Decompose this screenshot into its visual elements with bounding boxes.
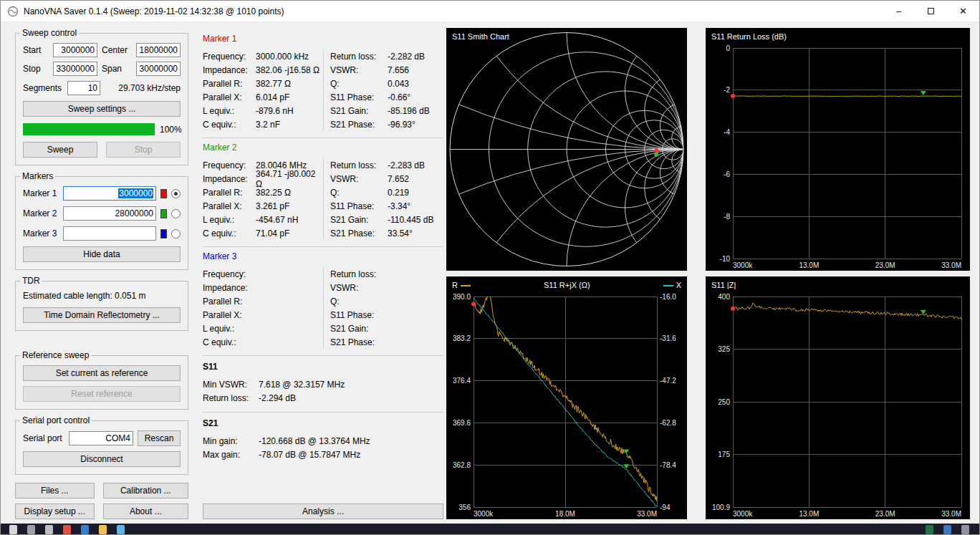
data-value: -454.67 nH (256, 215, 298, 225)
cable-length-text: Estimated cable length: 0.051 m (23, 291, 181, 301)
s11-summary: S11 Min VSWR:7.618 @ 32.3157 MHzReturn l… (203, 355, 443, 412)
svg-text:100.9: 100.9 (712, 503, 730, 511)
span-input[interactable]: 30000000 (136, 62, 181, 76)
marker-frequency-input[interactable]: 28000000 (63, 206, 156, 221)
center-input[interactable]: 18000000 (136, 43, 181, 57)
store-icon[interactable] (117, 525, 125, 534)
svg-text:33.0M: 33.0M (941, 261, 961, 269)
z-magnitude-chart-canvas[interactable]: 400325250175100.93000k13.0M23.0M33.0M (706, 289, 970, 519)
svg-text:23.0M: 23.0M (875, 510, 895, 518)
data-label: S21 Gain: (330, 215, 388, 225)
r-jx-chart-panel[interactable]: R S11 R+jX (Ω) X 390.0383.2376.4369.6362… (446, 276, 687, 519)
file-explorer-icon[interactable] (99, 525, 107, 534)
svg-text:-10: -10 (720, 255, 731, 263)
marker-select-radio[interactable] (171, 209, 181, 218)
data-label: S11 Phase: (330, 92, 388, 102)
edge-icon[interactable] (81, 525, 89, 534)
return-loss-chart-canvas[interactable]: 0-2-4-6-8-103000k13.0M23.0M33.0M (706, 41, 970, 271)
data-label: VSWR: (330, 283, 388, 293)
marker-label: Marker 1 (23, 188, 59, 198)
segments-label: Segments (23, 83, 62, 93)
sweep-settings-button[interactable]: Sweep settings ... (23, 101, 181, 117)
data-label: S21 Phase: (330, 228, 388, 238)
data-value: -0.66° (388, 92, 410, 102)
rescan-button[interactable]: Rescan (138, 430, 181, 446)
sweep-progress-bar (23, 123, 155, 135)
data-label: VSWR: (330, 65, 388, 75)
task-view-icon[interactable] (45, 525, 53, 534)
stop-button[interactable]: Stop (106, 142, 181, 158)
disconnect-button[interactable]: Disconnect (23, 451, 181, 467)
data-label: Impedance: (203, 65, 256, 75)
svg-text:-4: -4 (724, 128, 730, 136)
marker-select-radio[interactable] (171, 189, 181, 198)
segments-input[interactable]: 10 (67, 81, 100, 95)
data-value: 382.77 Ω (256, 79, 291, 89)
serial-port-group: Serial port control Serial port COM4 Res… (15, 420, 188, 475)
analysis-button[interactable]: Analysis ... (203, 503, 443, 519)
svg-text:390.0: 390.0 (453, 293, 471, 301)
maximize-button[interactable] (915, 1, 947, 21)
svg-text:-94: -94 (660, 503, 671, 511)
svg-text:18.0M: 18.0M (555, 510, 575, 518)
data-label: C equiv.: (203, 228, 256, 238)
x-legend: X (660, 281, 681, 289)
main-content: Sweep control Start 3000000 Center 18000… (1, 22, 979, 524)
reset-reference-button[interactable]: Reset reference (23, 386, 181, 402)
data-value: 7.656 (388, 65, 409, 75)
data-label: Q: (330, 188, 388, 198)
taskbar-right-icons (926, 525, 969, 534)
smith-chart-panel[interactable]: S11 Smith Chart (446, 28, 687, 271)
marker-frequency-input[interactable]: 3000000 (63, 186, 156, 201)
stop-input[interactable]: 33000000 (53, 62, 97, 76)
app-window: NanoVNA Saver 0.1.4 (Sweep: 2019-11-02 1… (0, 0, 980, 535)
data-value: 3000.000 kHz (256, 52, 309, 62)
marker-data-column: Marker 1Frequency:3000.000 kHzImpedance:… (203, 28, 443, 519)
chrome-icon[interactable] (63, 525, 71, 534)
data-label: Parallel R: (203, 79, 256, 89)
calibration-button[interactable]: Calibration ... (103, 483, 188, 498)
data-label: VSWR: (330, 174, 388, 184)
serial-port-input[interactable]: COM4 (69, 431, 133, 445)
about-button[interactable]: About ... (103, 503, 188, 519)
span-value: 30000000 (140, 64, 178, 74)
display-setup-button[interactable]: Display setup ... (15, 503, 95, 519)
serial-port-group-title: Serial port control (20, 415, 92, 425)
data-label: Return loss: (330, 269, 388, 279)
svg-text:-31.6: -31.6 (660, 334, 676, 342)
s21-summary-rows: Min gain:-120.668 dB @ 13.3764 MHzMax ga… (203, 434, 443, 461)
close-button[interactable]: ✕ (947, 1, 979, 21)
set-reference-button[interactable]: Set current as reference (23, 365, 181, 381)
z-magnitude-chart-panel[interactable]: S11 |Z| 400325250175100.93000k13.0M23.0M… (706, 276, 970, 519)
data-label: Parallel R: (203, 188, 256, 198)
minimize-button[interactable]: – (883, 1, 915, 21)
data-value: -879.6 nH (256, 106, 294, 116)
tray-icon[interactable] (961, 525, 969, 534)
sweep-button[interactable]: Sweep (23, 142, 97, 158)
cortana-search-icon[interactable] (27, 525, 35, 534)
return-loss-chart-panel[interactable]: S11 Return Loss (dB) 0-2-4-6-8-103000k13… (706, 28, 970, 271)
data-value: 364.71 -j80.002 Ω (256, 169, 323, 189)
data-label: Frequency: (203, 160, 256, 170)
marker-frequency-value: 28000000 (115, 208, 153, 218)
start-button[interactable] (9, 525, 17, 534)
data-value: -3.34° (388, 201, 410, 211)
svg-text:369.6: 369.6 (453, 419, 471, 427)
excel-icon[interactable] (926, 525, 933, 534)
smith-chart-canvas[interactable] (446, 28, 687, 271)
app-blue-icon[interactable] (943, 525, 951, 534)
marker-select-radio[interactable] (171, 229, 181, 238)
r-jx-chart-canvas[interactable]: 390.0383.2376.4369.6362.8356-16.0-31.6-4… (446, 289, 687, 519)
windows-taskbar[interactable] (1, 524, 979, 534)
start-input[interactable]: 3000000 (53, 43, 97, 57)
data-value: 3.261 pF (256, 201, 289, 211)
marker-panels: Marker 1Frequency:3000.000 kHzImpedance:… (203, 29, 443, 355)
marker-frequency-input[interactable] (63, 226, 156, 241)
data-value: 33.54° (388, 228, 413, 238)
files-button[interactable]: Files ... (15, 483, 95, 498)
svg-text:3000k: 3000k (733, 510, 753, 518)
s11-summary-title: S11 (203, 362, 443, 372)
svg-text:3000k: 3000k (474, 510, 494, 518)
hide-data-button[interactable]: Hide data (23, 246, 181, 262)
tdr-button[interactable]: Time Domain Reflectometry ... (23, 307, 181, 323)
